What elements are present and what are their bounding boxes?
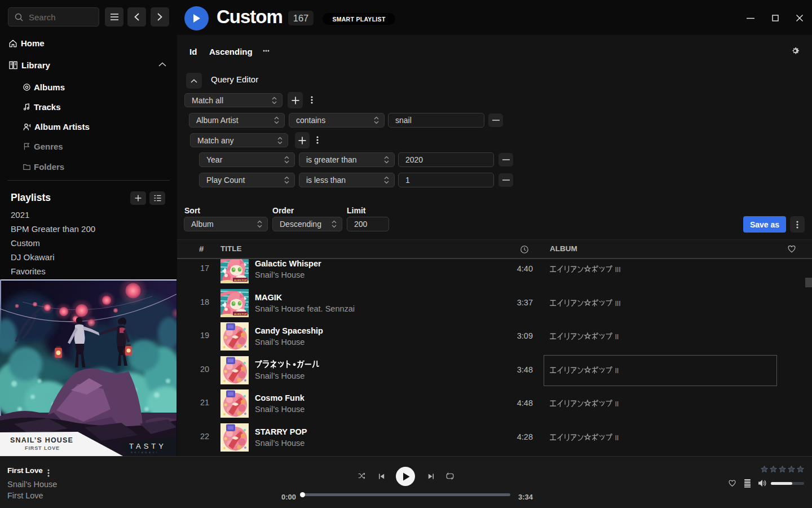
svg-text:III: III [615,299,621,307]
svg-text:II: II [615,332,619,340]
svg-text:II: II [615,433,619,441]
svg-text:TASTY: TASTY [129,442,166,450]
svg-text:ALIEN POP!: ALIEN POP! [234,279,248,282]
svg-text:FIRST LOVE: FIRST LOVE [25,445,60,451]
svg-text:II: II [615,400,619,408]
svg-text:SNAIL’S HOUSE: SNAIL’S HOUSE [10,436,73,444]
svg-text:III: III [615,265,621,273]
svg-text:ALIEN POP!: ALIEN POP! [234,313,248,316]
svg-text:BETAMAXI: BETAMAXI [131,451,159,454]
